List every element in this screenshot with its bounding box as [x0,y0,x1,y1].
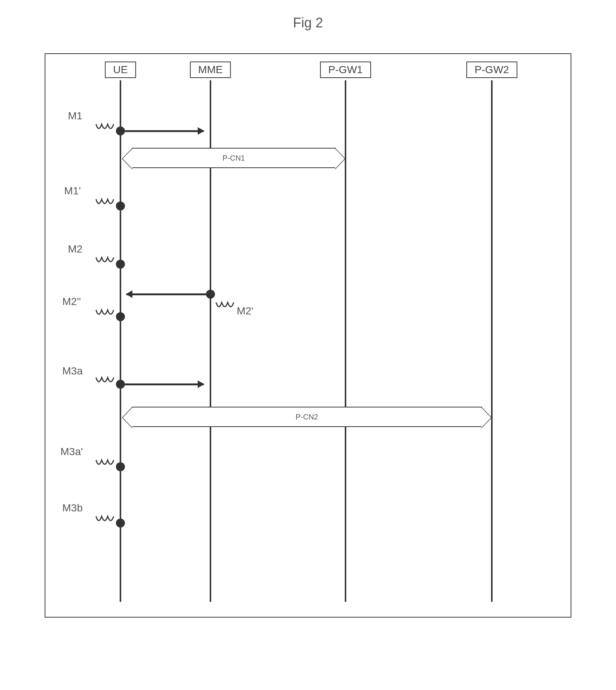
label-m1: M1 [68,110,83,122]
figure-title: Fig 2 [15,15,601,31]
label-m1p: M1' [64,185,81,197]
squiggle-icon [94,120,117,135]
lifeline-pgw1 [345,80,346,602]
lifeline-pgw2 [491,80,493,602]
squiggle-icon [94,455,117,471]
label-m3ap: M3a' [60,446,83,458]
event-dot [116,462,125,471]
label-m3a: M3a [62,365,83,377]
event-dot [116,260,125,269]
actor-pgw2: P-GW2 [466,62,517,78]
arrow-m3a [120,383,204,385]
connection-label: P-CN1 [132,154,335,162]
label-m3b: M3b [62,502,83,514]
squiggle-icon [94,305,117,320]
label-m2pp: M2'' [62,296,81,308]
squiggle-icon [214,298,237,313]
squiggle-icon [94,512,117,527]
actor-pgw1: P-GW1 [320,62,371,78]
event-dot [116,312,125,321]
sequence-diagram: UE MME P-GW1 P-GW2 M1 P-CN1 M1' M2 M2' M… [45,53,571,618]
label-m2: M2 [68,243,83,255]
connection-label: P-CN2 [132,413,481,421]
squiggle-icon [94,253,117,268]
squiggle-icon [94,373,117,388]
arrow-m1 [120,130,204,132]
connection-pcn1: P-CN1 [132,148,336,168]
actor-mme: MME [190,62,231,78]
event-dot [116,519,125,528]
connection-pcn2: P-CN2 [132,407,482,427]
label-m2p: M2' [237,305,253,317]
arrow-m2p [126,293,210,295]
actor-ue: UE [105,62,136,78]
event-dot [116,201,125,210]
squiggle-icon [94,195,117,210]
